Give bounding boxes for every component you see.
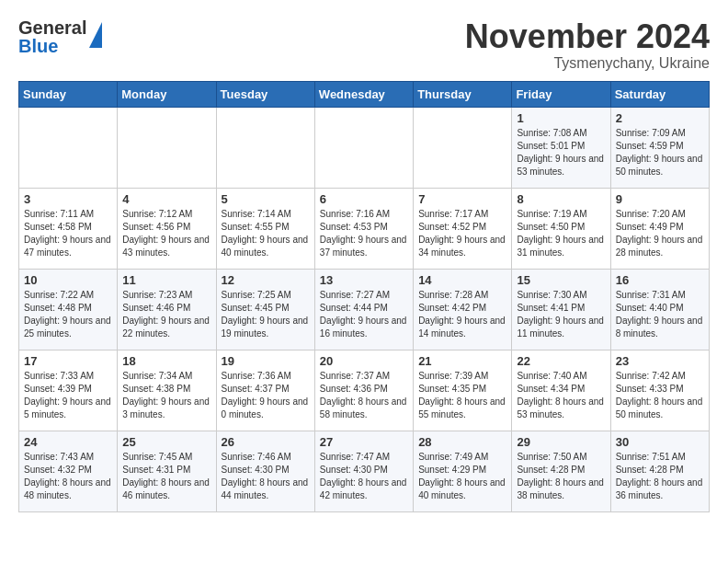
day-info: Sunrise: 7:43 AM Sunset: 4:32 PM Dayligh…	[24, 451, 112, 502]
day-cell: 26Sunrise: 7:46 AM Sunset: 4:30 PM Dayli…	[216, 431, 314, 511]
day-info: Sunrise: 7:25 AM Sunset: 4:45 PM Dayligh…	[222, 289, 310, 340]
header-tuesday: Tuesday	[216, 81, 314, 107]
day-info: Sunrise: 7:47 AM Sunset: 4:30 PM Dayligh…	[320, 451, 408, 502]
day-number: 6	[320, 192, 408, 206]
day-cell: 11Sunrise: 7:23 AM Sunset: 4:46 PM Dayli…	[118, 269, 216, 350]
day-cell: 29Sunrise: 7:50 AM Sunset: 4:28 PM Dayli…	[512, 431, 610, 511]
day-info: Sunrise: 7:11 AM Sunset: 4:58 PM Dayligh…	[24, 208, 112, 259]
day-cell: 22Sunrise: 7:40 AM Sunset: 4:34 PM Dayli…	[512, 350, 610, 431]
day-number: 30	[616, 435, 704, 449]
calendar-header-row: SundayMondayTuesdayWednesdayThursdayFrid…	[19, 81, 710, 107]
day-info: Sunrise: 7:51 AM Sunset: 4:28 PM Dayligh…	[616, 451, 704, 502]
day-info: Sunrise: 7:23 AM Sunset: 4:46 PM Dayligh…	[122, 289, 210, 340]
day-number: 9	[616, 192, 704, 206]
day-info: Sunrise: 7:40 AM Sunset: 4:34 PM Dayligh…	[517, 370, 605, 421]
logo-general: General	[18, 18, 86, 37]
day-number: 12	[222, 273, 310, 287]
day-info: Sunrise: 7:28 AM Sunset: 4:42 PM Dayligh…	[418, 289, 506, 340]
day-cell: 20Sunrise: 7:37 AM Sunset: 4:36 PM Dayli…	[314, 350, 413, 431]
day-number: 7	[418, 192, 506, 206]
day-info: Sunrise: 7:33 AM Sunset: 4:39 PM Dayligh…	[24, 370, 112, 421]
day-cell: 19Sunrise: 7:36 AM Sunset: 4:37 PM Dayli…	[216, 350, 314, 431]
day-number: 23	[616, 354, 704, 368]
day-info: Sunrise: 7:34 AM Sunset: 4:38 PM Dayligh…	[122, 370, 210, 421]
day-info: Sunrise: 7:08 AM Sunset: 5:01 PM Dayligh…	[517, 127, 605, 178]
month-title: November 2024	[465, 18, 710, 55]
header-wednesday: Wednesday	[314, 81, 413, 107]
day-info: Sunrise: 7:17 AM Sunset: 4:52 PM Dayligh…	[418, 208, 506, 259]
week-row-0: 1Sunrise: 7:08 AM Sunset: 5:01 PM Daylig…	[19, 107, 710, 188]
day-info: Sunrise: 7:09 AM Sunset: 4:59 PM Dayligh…	[616, 127, 704, 178]
day-cell: 25Sunrise: 7:45 AM Sunset: 4:31 PM Dayli…	[118, 431, 216, 511]
day-number: 18	[122, 354, 210, 368]
day-number: 13	[320, 273, 408, 287]
title-block: November 2024 Tysmenychany, Ukraine	[465, 18, 710, 72]
day-cell: 30Sunrise: 7:51 AM Sunset: 4:28 PM Dayli…	[610, 431, 709, 511]
day-info: Sunrise: 7:50 AM Sunset: 4:28 PM Dayligh…	[517, 451, 605, 502]
day-info: Sunrise: 7:36 AM Sunset: 4:37 PM Dayligh…	[222, 370, 310, 421]
week-row-3: 17Sunrise: 7:33 AM Sunset: 4:39 PM Dayli…	[19, 350, 710, 431]
day-number: 21	[418, 354, 506, 368]
day-info: Sunrise: 7:22 AM Sunset: 4:48 PM Dayligh…	[24, 289, 112, 340]
day-info: Sunrise: 7:14 AM Sunset: 4:55 PM Dayligh…	[222, 208, 310, 259]
day-cell: 24Sunrise: 7:43 AM Sunset: 4:32 PM Dayli…	[19, 431, 118, 511]
day-info: Sunrise: 7:49 AM Sunset: 4:29 PM Dayligh…	[418, 451, 506, 502]
day-cell: 1Sunrise: 7:08 AM Sunset: 5:01 PM Daylig…	[512, 107, 610, 188]
logo-name: General Blue	[18, 18, 86, 55]
day-number: 28	[418, 435, 506, 449]
day-cell: 13Sunrise: 7:27 AM Sunset: 4:44 PM Dayli…	[314, 269, 413, 350]
header-sunday: Sunday	[19, 81, 118, 107]
week-row-4: 24Sunrise: 7:43 AM Sunset: 4:32 PM Dayli…	[19, 431, 710, 511]
day-cell: 2Sunrise: 7:09 AM Sunset: 4:59 PM Daylig…	[610, 107, 709, 188]
day-cell: 18Sunrise: 7:34 AM Sunset: 4:38 PM Dayli…	[118, 350, 216, 431]
page-header: General Blue November 2024 Tysmenychany,…	[18, 18, 710, 72]
day-number: 14	[418, 273, 506, 287]
day-cell: 12Sunrise: 7:25 AM Sunset: 4:45 PM Dayli…	[216, 269, 314, 350]
day-info: Sunrise: 7:45 AM Sunset: 4:31 PM Dayligh…	[122, 451, 210, 502]
day-cell: 5Sunrise: 7:14 AM Sunset: 4:55 PM Daylig…	[216, 188, 314, 269]
day-cell	[414, 107, 512, 188]
logo-blue: Blue	[18, 37, 86, 55]
location: Tysmenychany, Ukraine	[465, 55, 710, 72]
day-cell	[118, 107, 216, 188]
day-cell: 14Sunrise: 7:28 AM Sunset: 4:42 PM Dayli…	[414, 269, 512, 350]
calendar-table: SundayMondayTuesdayWednesdayThursdayFrid…	[18, 81, 710, 512]
day-cell: 4Sunrise: 7:12 AM Sunset: 4:56 PM Daylig…	[118, 188, 216, 269]
day-number: 17	[24, 354, 112, 368]
day-info: Sunrise: 7:37 AM Sunset: 4:36 PM Dayligh…	[320, 370, 408, 421]
day-number: 11	[122, 273, 210, 287]
day-cell: 23Sunrise: 7:42 AM Sunset: 4:33 PM Dayli…	[610, 350, 709, 431]
day-cell: 28Sunrise: 7:49 AM Sunset: 4:29 PM Dayli…	[414, 431, 512, 511]
day-info: Sunrise: 7:42 AM Sunset: 4:33 PM Dayligh…	[616, 370, 704, 421]
day-info: Sunrise: 7:27 AM Sunset: 4:44 PM Dayligh…	[320, 289, 408, 340]
day-cell: 21Sunrise: 7:39 AM Sunset: 4:35 PM Dayli…	[414, 350, 512, 431]
day-info: Sunrise: 7:12 AM Sunset: 4:56 PM Dayligh…	[122, 208, 210, 259]
day-number: 3	[24, 192, 112, 206]
day-cell: 6Sunrise: 7:16 AM Sunset: 4:53 PM Daylig…	[314, 188, 413, 269]
day-info: Sunrise: 7:16 AM Sunset: 4:53 PM Dayligh…	[320, 208, 408, 259]
day-number: 29	[517, 435, 605, 449]
day-cell: 10Sunrise: 7:22 AM Sunset: 4:48 PM Dayli…	[19, 269, 118, 350]
day-cell	[216, 107, 314, 188]
day-number: 16	[616, 273, 704, 287]
week-row-1: 3Sunrise: 7:11 AM Sunset: 4:58 PM Daylig…	[19, 188, 710, 269]
day-number: 25	[122, 435, 210, 449]
day-cell	[314, 107, 413, 188]
day-info: Sunrise: 7:20 AM Sunset: 4:49 PM Dayligh…	[616, 208, 704, 259]
day-number: 1	[517, 111, 605, 125]
day-number: 2	[616, 111, 704, 125]
day-number: 20	[320, 354, 408, 368]
header-monday: Monday	[118, 81, 216, 107]
logo: General Blue	[18, 18, 102, 55]
day-cell	[19, 107, 118, 188]
header-saturday: Saturday	[610, 81, 709, 107]
day-number: 26	[222, 435, 310, 449]
day-cell: 7Sunrise: 7:17 AM Sunset: 4:52 PM Daylig…	[414, 188, 512, 269]
day-number: 10	[24, 273, 112, 287]
day-number: 24	[24, 435, 112, 449]
day-cell: 8Sunrise: 7:19 AM Sunset: 4:50 PM Daylig…	[512, 188, 610, 269]
day-cell: 27Sunrise: 7:47 AM Sunset: 4:30 PM Dayli…	[314, 431, 413, 511]
day-cell: 9Sunrise: 7:20 AM Sunset: 4:49 PM Daylig…	[610, 188, 709, 269]
day-number: 22	[517, 354, 605, 368]
logo-icon	[89, 22, 102, 48]
